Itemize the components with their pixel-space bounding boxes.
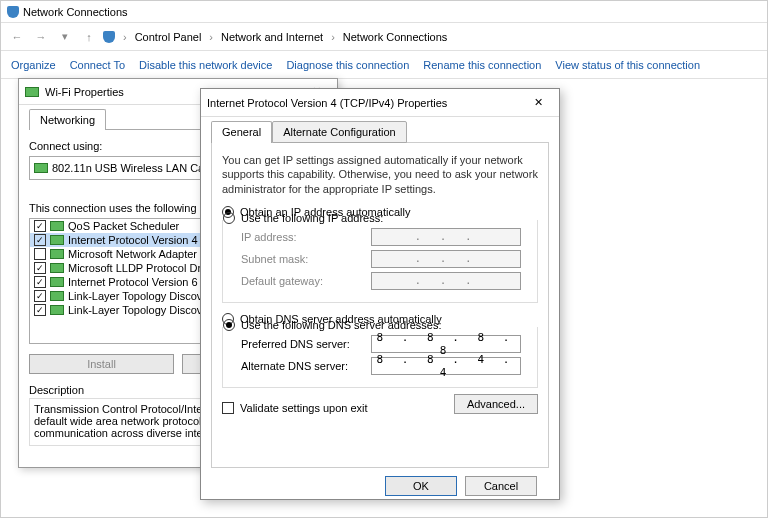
crumb-control-panel[interactable]: Control Panel (131, 29, 206, 45)
checkbox-icon[interactable]: ✓ (34, 304, 46, 316)
crumb-network-connections[interactable]: Network Connections (339, 29, 452, 45)
command-bar: Organize Connect To Disable this network… (1, 51, 767, 79)
dialog-titlebar: Internet Protocol Version 4 (TCP/IPv4) P… (201, 89, 559, 117)
radio-icon (223, 212, 235, 224)
rename-link[interactable]: Rename this connection (423, 59, 541, 71)
checkbox-icon[interactable]: ✓ (34, 220, 46, 232)
control-panel-icon (103, 31, 115, 43)
subnet-mask-label: Subnet mask: (241, 253, 371, 265)
preferred-dns-label: Preferred DNS server: (241, 338, 371, 350)
alternate-dns-input[interactable]: 8 . 8 . 4 . 4 (371, 357, 521, 375)
radio-label: Use the following IP address: (241, 212, 383, 224)
protocol-icon (50, 249, 64, 259)
diagnose-link[interactable]: Diagnose this connection (286, 59, 409, 71)
tab-strip: General Alternate Configuration (211, 121, 549, 143)
preferred-dns-input[interactable]: 8 . 8 . 8 . 8 (371, 335, 521, 353)
ok-button[interactable]: OK (385, 476, 457, 496)
checkbox-icon[interactable]: ✓ (34, 276, 46, 288)
window-title: Network Connections (23, 6, 128, 18)
default-gateway-input: . . . (371, 272, 521, 290)
address-bar: ← → ▾ ↑ › Control Panel › Network and In… (1, 23, 767, 51)
adapter-icon (25, 87, 39, 97)
radio-use-ip[interactable]: Use the following IP address: (223, 212, 531, 224)
protocol-icon (50, 277, 64, 287)
radio-use-dns[interactable]: Use the following DNS server addresses: (223, 319, 531, 331)
back-button[interactable]: ← (7, 27, 27, 47)
protocol-icon (50, 221, 64, 231)
checkbox-icon[interactable]: ✓ (34, 234, 46, 246)
crumb-network-internet[interactable]: Network and Internet (217, 29, 327, 45)
ip-address-label: IP address: (241, 231, 371, 243)
subnet-mask-input: . . . (371, 250, 521, 268)
validate-label: Validate settings upon exit (240, 402, 368, 414)
connect-to-link[interactable]: Connect To (70, 59, 125, 71)
ip-address-input: . . . (371, 228, 521, 246)
protocol-icon (50, 235, 64, 245)
view-status-link[interactable]: View status of this connection (555, 59, 700, 71)
chevron-right-icon: › (123, 31, 127, 43)
chevron-right-icon: › (209, 31, 213, 43)
checkbox-icon[interactable]: ✓ (34, 290, 46, 302)
tab-networking[interactable]: Networking (29, 109, 106, 130)
checkbox-icon[interactable]: ✓ (34, 262, 46, 274)
protocol-icon (50, 291, 64, 301)
adapter-name: 802.11n USB Wireless LAN Card (52, 162, 214, 174)
ipv4-properties-dialog: Internet Protocol Version 4 (TCP/IPv4) P… (200, 88, 560, 500)
dialog-title: Internet Protocol Version 4 (TCP/IPv4) P… (207, 97, 447, 109)
breadcrumb: › Control Panel › Network and Internet ›… (119, 29, 455, 45)
install-button[interactable]: Install (29, 354, 174, 374)
checkbox-icon[interactable] (34, 248, 46, 260)
up-button[interactable]: ↑ (79, 27, 99, 47)
tab-general[interactable]: General (211, 121, 272, 143)
protocol-icon (50, 263, 64, 273)
organize-menu[interactable]: Organize (11, 59, 56, 71)
recent-locations-button[interactable]: ▾ (55, 27, 75, 47)
chevron-right-icon: › (331, 31, 335, 43)
window-titlebar: Network Connections (1, 1, 767, 23)
advanced-button[interactable]: Advanced... (454, 394, 538, 414)
forward-button[interactable]: → (31, 27, 51, 47)
list-item-label: Microsoft LLDP Protocol Driver (68, 262, 219, 274)
tab-alternate[interactable]: Alternate Configuration (272, 121, 407, 143)
checkbox-icon (222, 402, 234, 414)
close-button[interactable]: ✕ (523, 93, 553, 113)
cancel-button[interactable]: Cancel (465, 476, 537, 496)
dialog-title: Wi-Fi Properties (45, 86, 124, 98)
general-tab-panel: You can get IP settings assigned automat… (211, 142, 549, 468)
protocol-icon (50, 305, 64, 315)
radio-icon (223, 319, 235, 331)
network-connections-icon (7, 6, 19, 18)
disable-device-link[interactable]: Disable this network device (139, 59, 272, 71)
radio-label: Use the following DNS server addresses: (241, 319, 442, 331)
list-item-label: QoS Packet Scheduler (68, 220, 179, 232)
default-gateway-label: Default gateway: (241, 275, 371, 287)
alternate-dns-label: Alternate DNS server: (241, 360, 371, 372)
help-text: You can get IP settings assigned automat… (222, 153, 538, 196)
adapter-icon (34, 163, 48, 173)
